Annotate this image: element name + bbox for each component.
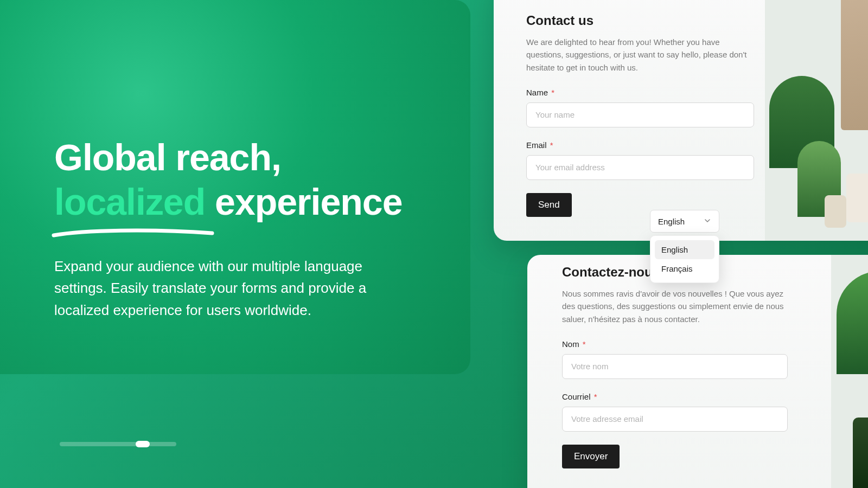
required-marker: * bbox=[551, 88, 554, 97]
chevron-down-icon bbox=[704, 217, 711, 226]
email-label-fr: Courriel * bbox=[562, 392, 788, 401]
card-fr-image bbox=[831, 255, 868, 488]
hero-subtitle: Expand your audience with our multiple l… bbox=[54, 255, 391, 321]
email-label-text-fr: Courriel bbox=[562, 392, 591, 401]
required-marker: * bbox=[594, 392, 597, 401]
language-option-francais[interactable]: Français bbox=[655, 259, 714, 278]
carousel-progress-thumb[interactable] bbox=[136, 441, 150, 447]
name-label-fr: Nom * bbox=[562, 339, 788, 349]
language-selected: English bbox=[658, 217, 685, 226]
send-button-en[interactable]: Send bbox=[526, 193, 572, 217]
contact-desc-en: We are delighted to hear from you! Wheth… bbox=[526, 36, 754, 74]
hero-title-line1: Global reach, bbox=[54, 137, 281, 178]
contact-desc-fr: Nous sommes ravis d'avoir de vos nouvell… bbox=[562, 287, 788, 325]
card-en-image bbox=[765, 0, 868, 241]
hero-title: Global reach, localized experience bbox=[54, 136, 416, 224]
name-label-text-fr: Nom bbox=[562, 339, 579, 349]
language-select[interactable]: English bbox=[650, 210, 719, 233]
required-marker: * bbox=[550, 140, 553, 150]
contact-card-en: Contact us We are delighted to hear from… bbox=[494, 0, 868, 241]
send-button-fr[interactable]: Envoyer bbox=[562, 445, 620, 468]
name-input-en[interactable] bbox=[526, 102, 754, 127]
contact-card-fr: Contactez-nous Nous sommes ravis d'avoir… bbox=[527, 255, 868, 488]
contact-heading-en: Contact us bbox=[526, 13, 754, 28]
email-input-fr[interactable] bbox=[562, 407, 788, 432]
name-label-text-en: Name bbox=[526, 88, 548, 97]
email-label-en: Email * bbox=[526, 140, 754, 150]
language-menu: English Français bbox=[650, 235, 719, 283]
name-label-en: Name * bbox=[526, 88, 754, 97]
name-input-fr[interactable] bbox=[562, 354, 788, 379]
hero-title-line2-rest: experience bbox=[205, 181, 402, 222]
required-marker: * bbox=[583, 339, 586, 349]
hero-panel: Global reach, localized experience Expan… bbox=[0, 0, 470, 374]
underline-icon bbox=[52, 227, 214, 241]
language-option-english[interactable]: English bbox=[655, 240, 714, 259]
email-label-text-en: Email bbox=[526, 140, 547, 150]
email-input-en[interactable] bbox=[526, 155, 754, 180]
hero-title-highlight: localized bbox=[54, 180, 205, 224]
carousel-progress[interactable] bbox=[60, 442, 176, 446]
